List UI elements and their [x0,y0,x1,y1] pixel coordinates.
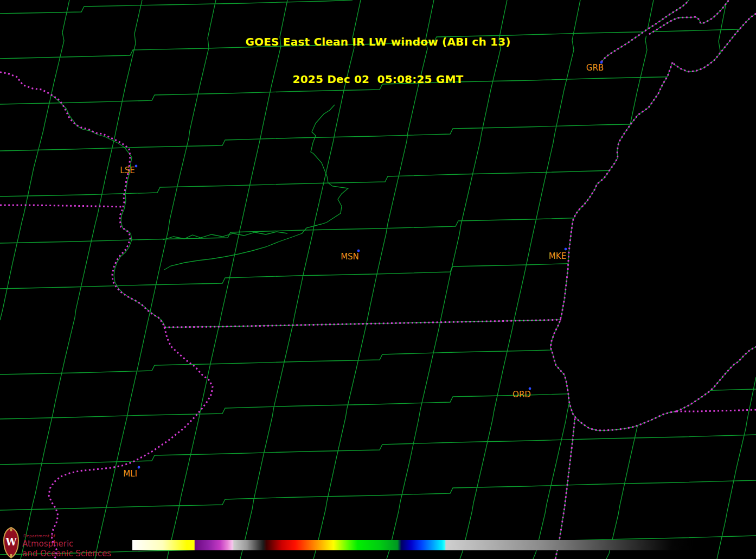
title-line-2: 2025 Dec 02 05:08:25 GMT [0,73,756,86]
county-boundary-line [164,105,348,270]
state-border-dotted-line [0,205,124,207]
county-boundary-line [0,435,756,465]
station-dot-MKE [565,248,567,251]
uw-aos-wordmark: Department of Atmospheric and Oceanic Sc… [22,527,111,558]
station-dot-LSE [135,165,138,168]
county-boundary-line [52,95,165,326]
station-dot-MLI [138,466,140,469]
uw-crest-icon: W [3,527,20,558]
ir-temperature-colorbar [132,540,694,550]
title-line-1: GOES East Clean IR LW window (ABI ch 13) [0,36,756,48]
state-border-dotted-line [676,410,756,411]
county-boundary-line [717,377,756,559]
logo-line-1: Atmospheric [22,540,111,548]
county-boundary-line [0,480,756,510]
logo-line-2: and Oceanic Sciences [22,550,111,558]
station-label-MLI: MLI [123,469,137,479]
logo-dept-line: Department of [23,534,111,538]
image-title: GOES East Clean IR LW window (ABI ch 13)… [0,11,756,111]
goes-satellite-viewer: GRBLSEMSNMKEORDMLI GOES East Clean IR LW… [0,0,756,559]
station-label-LSE: LSE [120,166,134,175]
svg-text:W: W [5,536,17,548]
uw-aos-logo: W Department of Atmospheric and Oceanic … [3,527,111,558]
state-border-dotted-line [49,327,213,559]
station-label-MKE: MKE [549,251,566,261]
station-label-ORD: ORD [512,390,531,399]
station-label-MSN: MSN [341,252,359,262]
